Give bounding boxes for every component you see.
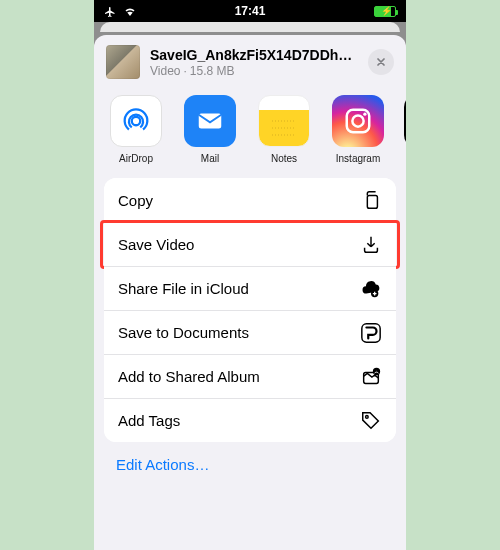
svg-point-14 [366, 415, 369, 418]
instagram-icon [332, 95, 384, 147]
action-label: Share File in iCloud [118, 280, 249, 297]
share-label: Instagram [330, 153, 386, 164]
documents-app-icon [360, 322, 382, 344]
file-subtitle: Video·15.8 MB [150, 64, 358, 78]
action-add-tags[interactable]: Add Tags [104, 398, 396, 442]
status-right: ⚡ [374, 6, 396, 17]
action-label: Copy [118, 192, 153, 209]
copy-icon [360, 189, 382, 211]
phone-frame: 17:41 ⚡ SaveIG_An8kzFi5X14D7DDhXM... Vid… [94, 0, 406, 550]
svg-point-6 [352, 115, 363, 126]
icloud-share-icon [360, 278, 382, 300]
action-label: Add Tags [118, 412, 180, 429]
action-label: Save Video [118, 236, 194, 253]
share-label: AirDrop [108, 153, 164, 164]
svg-rect-8 [367, 195, 377, 208]
file-meta: SaveIG_An8kzFi5X14D7DDhXM... Video·15.8 … [150, 47, 358, 78]
sheet-backdrop: SaveIG_An8kzFi5X14D7DDhXM... Video·15.8 … [94, 22, 406, 550]
share-label: Notes [256, 153, 312, 164]
wifi-icon [123, 6, 137, 18]
share-target-instagram[interactable]: Instagram [330, 95, 386, 164]
action-save-video[interactable]: Save Video [104, 222, 396, 266]
edit-actions-link[interactable]: Edit Actions… [94, 442, 406, 497]
share-target-peek[interactable] [404, 95, 406, 147]
file-size: 15.8 MB [190, 64, 235, 78]
airplane-icon [104, 6, 116, 18]
action-shared-album[interactable]: Add to Shared Album [104, 354, 396, 398]
action-save-documents[interactable]: Save to Documents [104, 310, 396, 354]
status-time: 17:41 [94, 4, 406, 18]
notes-icon [258, 95, 310, 147]
edit-actions-label: Edit Actions… [116, 456, 209, 473]
status-bar: 17:41 ⚡ [94, 0, 406, 22]
sheet-header: SaveIG_An8kzFi5X14D7DDhXM... Video·15.8 … [94, 35, 406, 91]
shared-album-icon [360, 366, 382, 388]
mail-icon [184, 95, 236, 147]
battery-icon: ⚡ [374, 6, 396, 17]
svg-point-7 [363, 113, 366, 116]
svg-rect-1 [199, 114, 222, 129]
file-name: SaveIG_An8kzFi5X14D7DDhXM... [150, 47, 358, 63]
share-target-mail[interactable]: Mail [182, 95, 238, 164]
tag-icon [360, 410, 382, 432]
share-sheet: SaveIG_An8kzFi5X14D7DDhXM... Video·15.8 … [94, 35, 406, 550]
action-label: Save to Documents [118, 324, 249, 341]
svg-point-0 [132, 117, 141, 126]
action-label: Add to Shared Album [118, 368, 260, 385]
share-target-notes[interactable]: Notes [256, 95, 312, 164]
download-icon [360, 234, 382, 256]
svg-point-13 [376, 369, 378, 371]
file-kind: Video [150, 64, 180, 78]
share-label: Mail [182, 153, 238, 164]
close-icon [375, 56, 387, 68]
share-targets-row[interactable]: AirDrop Mail Notes [94, 91, 406, 178]
file-thumbnail [106, 45, 140, 79]
action-share-icloud[interactable]: Share File in iCloud [104, 266, 396, 310]
close-button[interactable] [368, 49, 394, 75]
background-card-peek [100, 22, 400, 32]
share-target-airdrop[interactable]: AirDrop [108, 95, 164, 164]
actions-list: Copy Save Video Share File in iCloud [104, 178, 396, 442]
action-copy[interactable]: Copy [104, 178, 396, 222]
status-left [104, 4, 137, 18]
airdrop-icon [110, 95, 162, 147]
